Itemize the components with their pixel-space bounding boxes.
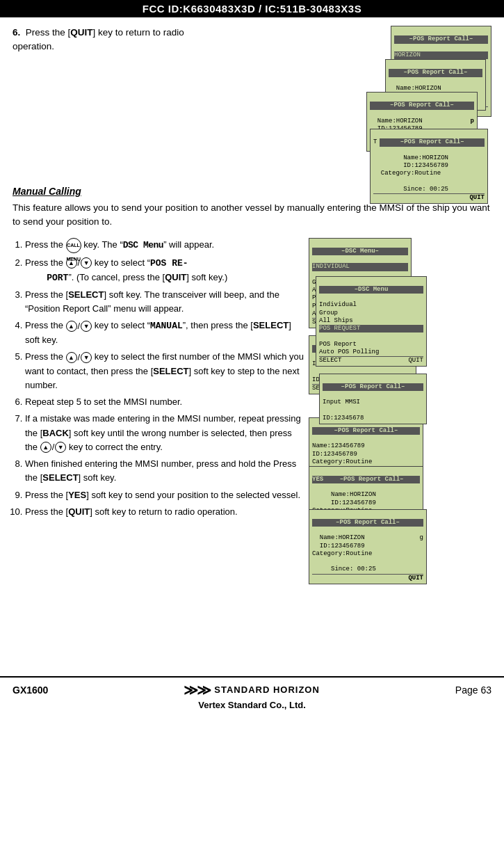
right-screenshots: –DSC Menu– INDIVIDUAL Group All Ships PO… <box>309 238 491 641</box>
step6-container: 6. Press the [QUIT] key to return to rad… <box>13 26 491 179</box>
step6-text: 6. Press the [QUIT] key to return to rad… <box>13 26 193 54</box>
header-title: FCC ID:K6630483X3D / IC:511B-30483X3S <box>143 3 361 15</box>
step-5: Press the ▲/▼ key to select the first nu… <box>25 350 304 392</box>
step-9: Press the [YES] soft key to send your po… <box>25 488 304 502</box>
screen-dsc-menu2: –DSC Menu Individual Group All Ships POS… <box>316 276 427 367</box>
footer-model: GX1600 <box>13 684 48 696</box>
manual-calling-intro: This feature allows you to send your pos… <box>13 201 491 230</box>
step-6: Repeat step 5 to set the MMSI number. <box>25 395 304 409</box>
step-8: When finished entering the MMSI number, … <box>25 457 304 485</box>
main-content: 6. Press the [QUIT] key to return to rad… <box>0 17 504 648</box>
step-4: Press the ▲/▼ key to select “MANUAL”, th… <box>25 319 304 347</box>
footer-company: Vertex Standard Co., Ltd. <box>13 700 491 710</box>
up-down-keys-7: ▲/▼ <box>40 440 67 454</box>
page-footer: GX1600 ≫≫ STANDARD HORIZON Page 63 Verte… <box>0 676 504 713</box>
step6-screenshots: –POS Report Call– HORIZON BOB USCG VERTE… <box>200 26 491 179</box>
up-down-keys-4: ▲/▼ <box>66 319 92 333</box>
manual-calling-section: Manual Calling This feature allows you t… <box>13 186 491 641</box>
footer-logo-text: STANDARD HORIZON <box>214 684 320 695</box>
down-key-5: ▼ <box>81 352 92 363</box>
steps-text: Press the CALLMENU key. The “DSC Menu” w… <box>13 238 304 522</box>
screen-pos-input2: –POS Report Call– Input MMSI ID:12345678 <box>319 374 427 425</box>
step-7: If a mistake was made entering in the MM… <box>25 412 304 454</box>
step6-number: 6. Press the [QUIT] key to return to rad… <box>13 27 184 51</box>
footer-top: GX1600 ≫≫ STANDARD HORIZON Page 63 <box>13 682 491 698</box>
screen-pos-since: T –POS Report Call– Name:HORIZON ID:1234… <box>370 129 488 204</box>
page-header: FCC ID:K6630483X3D / IC:511B-30483X3S <box>0 0 504 17</box>
call-menu-key-icon: CALLMENU <box>66 238 81 253</box>
up-key-5: ▲ <box>66 352 77 363</box>
logo-symbol: ≫≫ <box>184 682 210 698</box>
steps-container: Press the CALLMENU key. The “DSC Menu” w… <box>13 238 491 641</box>
footer-logo: ≫≫ STANDARD HORIZON <box>184 682 320 698</box>
down-key-7: ▼ <box>55 442 66 453</box>
down-key-4: ▼ <box>81 321 92 332</box>
step-10: Press the [QUIT] soft key to return to r… <box>25 505 304 519</box>
footer-page: Page 63 <box>455 684 491 696</box>
page-wrapper: FCC ID:K6630483X3D / IC:511B-30483X3S 6.… <box>0 0 504 841</box>
footer-company-name: Vertex Standard Co., Ltd. <box>198 700 306 710</box>
up-key-7: ▲ <box>40 442 51 453</box>
down-key: ▼ <box>81 257 92 269</box>
screen-pos-final: –POS Report Call– Name:HORIZON g ID:1234… <box>309 509 427 584</box>
step-3: Press the [SELECT] soft key. The transce… <box>25 288 304 316</box>
step-1: Press the CALLMENU key. The “DSC Menu” w… <box>25 238 304 253</box>
up-down-keys-5: ▲/▼ <box>66 351 92 365</box>
up-key-4: ▲ <box>66 321 77 332</box>
up-down-keys-2: ▲/▼ <box>66 256 92 270</box>
up-key: ▲ <box>66 257 77 269</box>
step-2: Press the ▲/▼ key to select “POS RE- POR… <box>25 256 304 285</box>
